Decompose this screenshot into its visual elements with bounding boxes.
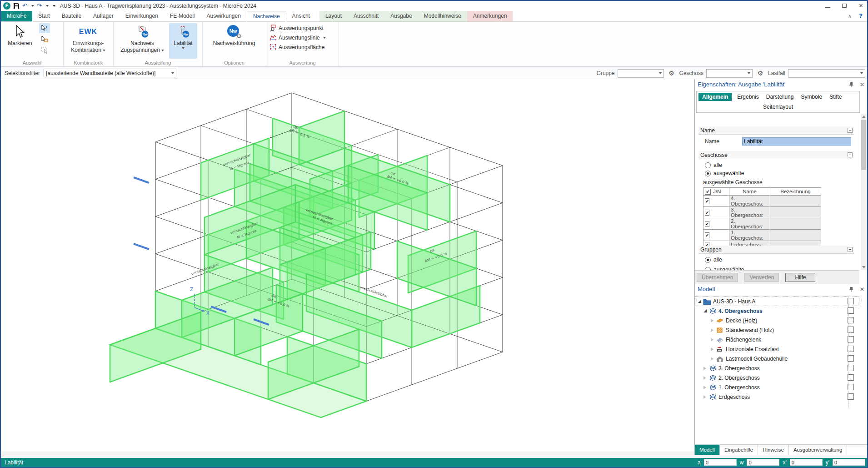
auswertungslinie-button[interactable]: Auswertungslinie <box>268 33 337 42</box>
selektionsfilter-dropdown[interactable]: [aussteifende Wandbauteile (alle Werksto… <box>44 69 176 77</box>
properties-close-icon[interactable]: ✕ <box>860 81 864 88</box>
tree-item-flaechengelenk[interactable]: Flächengelenk <box>695 335 859 344</box>
tab-anmerkungen[interactable]: Anmerkungen <box>467 11 513 21</box>
uebernehmen-button[interactable]: Übernehmen <box>697 273 738 282</box>
select-info-button[interactable]: i <box>39 23 50 33</box>
tree-item-staenderwand[interactable]: Ständerwand (Holz) <box>695 325 859 335</box>
tree-collapsed-icon[interactable] <box>709 347 715 351</box>
tree-item-lastmodell[interactable]: Lastmodell Gebäudehülle <box>695 354 859 363</box>
tab-fe-modell[interactable]: FE-Modell <box>164 11 201 21</box>
help-icon[interactable]: ? <box>859 12 863 20</box>
geschoss-dropdown[interactable] <box>706 69 753 78</box>
labilitaet-button[interactable]: Nw Labilität <box>169 23 197 59</box>
select-special-button[interactable] <box>39 34 50 44</box>
collapse-section-icon[interactable] <box>848 152 853 157</box>
tree-item-4og[interactable]: 4. Obergeschoss <box>695 306 859 316</box>
prop-tab-ergebnis[interactable]: Ergebnis <box>733 92 762 101</box>
hilfe-button[interactable]: Hilfe <box>785 273 815 282</box>
prop-tab-darstellung[interactable]: Darstellung <box>763 92 798 101</box>
tab-modellhinweise[interactable]: Modellhinweise <box>418 11 467 21</box>
tree-item-eg[interactable]: Erdgeschoss <box>695 392 859 402</box>
coord-y-input[interactable] <box>833 459 865 466</box>
tab-layout[interactable]: Layout <box>319 11 348 21</box>
auswertungslinie-dropdown-icon[interactable] <box>323 37 326 39</box>
row-checkbox[interactable]: ✔ <box>705 198 709 204</box>
tree-collapsed-icon[interactable] <box>709 338 715 342</box>
scrollbar-thumb[interactable] <box>861 120 866 170</box>
3d-viewport[interactable]: OK ΔM = -0.3 % vernachlässigbar M < Mgre… <box>1 79 695 455</box>
tree-collapsed-icon[interactable] <box>702 386 708 389</box>
redo-dropdown-icon[interactable] <box>46 5 49 7</box>
select-all-checkbox[interactable]: ✔ <box>705 189 711 195</box>
tree-collapsed-icon[interactable] <box>702 376 708 380</box>
coord-a-input[interactable] <box>704 459 737 466</box>
tab-ansicht[interactable]: Ansicht <box>286 11 316 21</box>
tree-item-decke[interactable]: Decke (Holz) <box>695 316 859 325</box>
lastfall-dropdown[interactable] <box>788 69 865 78</box>
einwirkungs-kombination-button[interactable]: EWK Einwirkungs- Kombination <box>65 23 111 59</box>
row-checkbox[interactable]: ✔ <box>705 232 709 238</box>
customize-toolbar-icon[interactable] <box>53 5 55 7</box>
nachweisfuehrung-button[interactable]: Nw ⚙ Nachweisführung <box>205 23 264 59</box>
tree-item-root[interactable]: AUS-3D - Haus A <box>695 297 859 306</box>
geschosse-alle-radio[interactable] <box>705 162 711 168</box>
modell-close-icon[interactable]: ✕ <box>860 286 864 292</box>
nachweis-zugspannungen-button[interactable]: Nw Nachweis Zugspannungen <box>115 23 169 59</box>
select-rect-button[interactable] <box>39 45 50 55</box>
tree-collapsed-icon[interactable] <box>709 357 715 361</box>
tree-item-2og[interactable]: 2. Obergeschoss <box>695 373 859 382</box>
tree-collapsed-icon[interactable] <box>709 328 715 332</box>
maximize-button[interactable] <box>842 4 847 8</box>
collapse-section-icon[interactable] <box>848 247 853 252</box>
tab-start[interactable]: Start <box>32 11 55 21</box>
tab-microfe[interactable]: MicroFe <box>1 11 32 21</box>
viewport-hscrollbar[interactable] <box>1 452 694 455</box>
pin-icon[interactable] <box>849 287 853 292</box>
gruppen-alle-radio[interactable] <box>705 257 711 263</box>
row-checkbox[interactable]: ✔ <box>705 210 709 216</box>
tab-bauteile[interactable]: Bauteile <box>56 11 87 21</box>
tree-collapsed-icon[interactable] <box>702 395 708 399</box>
scroll-down-icon[interactable] <box>861 264 867 270</box>
gruppe-gear-button[interactable]: ⚙ <box>667 69 677 78</box>
gruppen-ausgewaehlte-radio[interactable] <box>705 267 711 271</box>
markieren-button[interactable]: Markieren <box>3 23 37 59</box>
tree-collapsed-icon[interactable] <box>702 367 708 370</box>
verwerfen-button[interactable]: Verwerfen <box>744 273 779 282</box>
coord-x-input[interactable] <box>790 459 823 466</box>
save-icon[interactable] <box>13 3 20 9</box>
undo-dropdown-icon[interactable] <box>31 5 34 7</box>
geschosse-ausgewaehlte-radio[interactable] <box>705 171 711 176</box>
tab-auflager[interactable]: Auflager <box>87 11 120 21</box>
tab-auswirkungen[interactable]: Auswirkungen <box>201 11 247 21</box>
tab-einwirkungen[interactable]: Einwirkungen <box>120 11 164 21</box>
tree-expanded-icon[interactable] <box>702 309 708 312</box>
prop-tab-symbole[interactable]: Symbole <box>797 92 826 101</box>
minimize-button[interactable] <box>825 7 830 8</box>
tab-ausschnitt[interactable]: Ausschnitt <box>348 11 384 21</box>
row-checkbox[interactable]: ✔ <box>705 221 709 227</box>
tree-item-1og[interactable]: 1. Obergeschoss <box>695 382 859 392</box>
properties-scrollbar[interactable] <box>861 114 867 270</box>
zugspannungen-dropdown-icon[interactable] <box>161 50 164 51</box>
prop-tab-allgemein[interactable]: Allgemein <box>698 93 732 101</box>
microfe-logo-icon[interactable]: F <box>3 2 10 10</box>
geschoss-gear-button[interactable]: ⚙ <box>755 69 765 78</box>
scroll-up-icon[interactable] <box>861 114 867 120</box>
coord-w-input[interactable] <box>747 459 779 466</box>
tree-item-ersatzlast[interactable]: Horizontale Ersatzlast <box>695 344 859 354</box>
tree-collapsed-icon[interactable] <box>709 319 715 322</box>
close-button[interactable]: ✕ <box>858 2 863 9</box>
tab-nachweise[interactable]: Nachweise <box>247 11 286 21</box>
auswertungspunkt-button[interactable]: Auswertungspunkt <box>268 23 337 33</box>
collapse-section-icon[interactable] <box>848 128 853 133</box>
redo-icon[interactable]: ↷ <box>37 3 42 9</box>
labilitaet-dropdown-icon[interactable] <box>182 47 185 49</box>
undo-icon[interactable]: ↶ <box>22 3 27 9</box>
tree-expanded-icon[interactable] <box>697 300 702 303</box>
name-input[interactable] <box>742 137 851 146</box>
tree-item-3og[interactable]: 3. Obergeschoss <box>695 363 859 373</box>
tab-ausgabe[interactable]: Ausgabe <box>384 11 418 21</box>
pin-icon[interactable] <box>849 82 853 88</box>
gruppe-dropdown[interactable] <box>618 69 664 78</box>
